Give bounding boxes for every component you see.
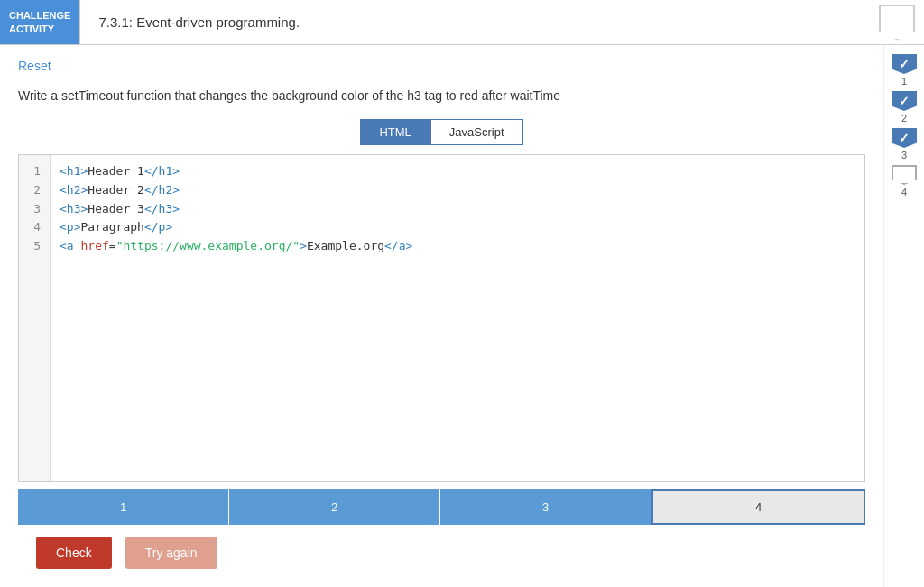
- tab-html[interactable]: HTML: [360, 119, 430, 145]
- line-numbers: 1 2 3 4 5: [19, 155, 51, 481]
- content-area: Reset Write a setTimeout function that c…: [0, 45, 883, 587]
- instruction-text: Write a setTimeout function that changes…: [18, 87, 865, 105]
- right-sidebar: ✓ 1 ✓ 2 ✓ 3 4: [883, 45, 924, 587]
- code-editor[interactable]: 1 2 3 4 5 <h1>Header 1</h1> <h2>Header 2…: [18, 154, 865, 482]
- sidebar-step-2: ✓ 2: [890, 91, 919, 124]
- check-button[interactable]: Check: [36, 537, 112, 569]
- tab-javascript[interactable]: JavaScript: [430, 119, 523, 145]
- step-nav: 1 2 3 4: [18, 489, 865, 525]
- header-badge-icon: [879, 5, 915, 41]
- check-icon-2: ✓: [892, 91, 917, 111]
- try-again-button[interactable]: Try again: [125, 537, 217, 569]
- code-content[interactable]: <h1>Header 1</h1> <h2>Header 2</h2> <h3>…: [51, 155, 864, 481]
- check-icon-1: ✓: [892, 54, 917, 74]
- nav-step-1[interactable]: 1: [18, 489, 229, 525]
- empty-icon-4: [892, 165, 917, 185]
- tab-bar: HTML JavaScript: [18, 119, 865, 145]
- check-icon-3: ✓: [892, 128, 917, 148]
- nav-step-4[interactable]: 4: [651, 489, 865, 525]
- nav-step-3[interactable]: 3: [440, 489, 651, 525]
- sidebar-step-3: ✓ 3: [890, 128, 919, 161]
- header: CHALLENGE ACTIVITY 7.3.1: Event-driven p…: [0, 0, 924, 45]
- nav-step-2[interactable]: 2: [229, 489, 440, 525]
- header-title: 7.3.1: Event-driven programming.: [80, 14, 879, 30]
- sidebar-step-1: ✓ 1: [890, 54, 919, 87]
- reset-link[interactable]: Reset: [18, 59, 865, 73]
- main-area: Reset Write a setTimeout function that c…: [0, 45, 924, 587]
- sidebar-step-4: 4: [890, 165, 919, 197]
- action-buttons: Check Try again: [18, 532, 865, 573]
- challenge-label: CHALLENGE ACTIVITY: [0, 0, 79, 44]
